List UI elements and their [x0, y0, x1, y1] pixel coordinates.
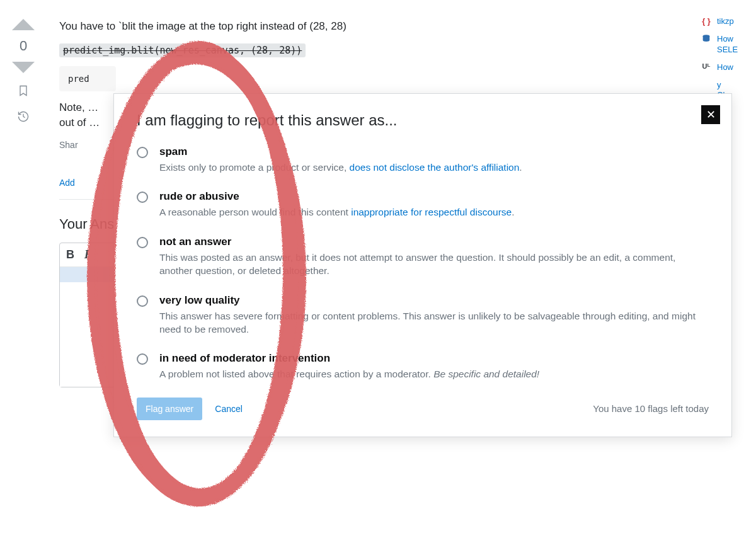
italic-button[interactable]: I: [84, 248, 89, 261]
desc-link[interactable]: inappropriate for respectful discourse: [351, 207, 512, 217]
sidebar-link[interactable]: { } tikzp: [701, 16, 756, 26]
option-label: very low quality: [159, 294, 709, 307]
flag-dialog: ✕ I am flagging to report this answer as…: [113, 93, 732, 437]
desc-link[interactable]: does not disclose the author's affiliati…: [350, 162, 520, 173]
radio-icon[interactable]: [137, 295, 148, 307]
flag-option-low-quality[interactable]: very low quality This answer has severe …: [137, 294, 709, 336]
cancel-link[interactable]: Cancel: [215, 404, 243, 414]
option-label: spam: [159, 146, 522, 158]
option-label: not an answer: [159, 236, 709, 248]
option-desc: A problem not listed above that requires…: [159, 367, 539, 381]
option-desc: Exists only to promote a product or serv…: [159, 161, 522, 174]
bookmark-icon[interactable]: [17, 84, 30, 99]
dialog-title: I am flagging to report this answer as..…: [137, 112, 709, 129]
radio-icon[interactable]: [137, 192, 148, 203]
downvote-button[interactable]: [12, 62, 35, 73]
upvote-button[interactable]: [12, 19, 35, 30]
radio-icon[interactable]: [137, 353, 148, 365]
flag-option-rude[interactable]: rude or abusive A reasonable person woul…: [137, 190, 709, 219]
sidebar-link[interactable]: How SELE: [701, 34, 756, 55]
vote-count: 0: [20, 38, 27, 54]
database-icon: [701, 34, 712, 44]
dialog-footer: Flag answer Cancel You have 10 flags lef…: [137, 398, 709, 420]
vote-column: 0: [0, 13, 47, 387]
share-link[interactable]: Shar: [59, 140, 78, 150]
sidebar-link[interactable]: UL How: [701, 62, 756, 72]
history-icon[interactable]: [17, 110, 30, 125]
option-label: in need of moderator intervention: [159, 352, 539, 365]
flag-option-moderator[interactable]: in need of moderator intervention A prob…: [137, 352, 709, 381]
flags-remaining: You have 10 flags left today: [593, 403, 709, 414]
radio-icon[interactable]: [137, 147, 148, 158]
option-label: rude or abusive: [159, 190, 515, 203]
add-comment-link[interactable]: Add: [59, 178, 75, 188]
bold-button[interactable]: B: [66, 248, 74, 261]
close-icon[interactable]: ✕: [701, 105, 720, 124]
struck-code: predict_img.blit(new_res_canvas, (28, 28…: [59, 43, 306, 57]
site-icon: UL: [701, 62, 712, 70]
answer-text: You have to `blit the image at the top r…: [59, 19, 685, 35]
option-desc: A reasonable person would find this cont…: [159, 205, 515, 219]
code-block: pred: [59, 66, 116, 91]
braces-icon: { }: [701, 16, 712, 26]
flag-option-spam[interactable]: spam Exists only to promote a product or…: [137, 146, 709, 174]
option-desc: This answer has severe formatting or con…: [159, 309, 709, 336]
option-desc: This was posted as an answer, but it doe…: [159, 251, 709, 278]
radio-icon[interactable]: [137, 237, 148, 248]
flag-option-not-answer[interactable]: not an answer This was posted as an answ…: [137, 236, 709, 278]
flag-submit-button[interactable]: Flag answer: [137, 398, 202, 420]
